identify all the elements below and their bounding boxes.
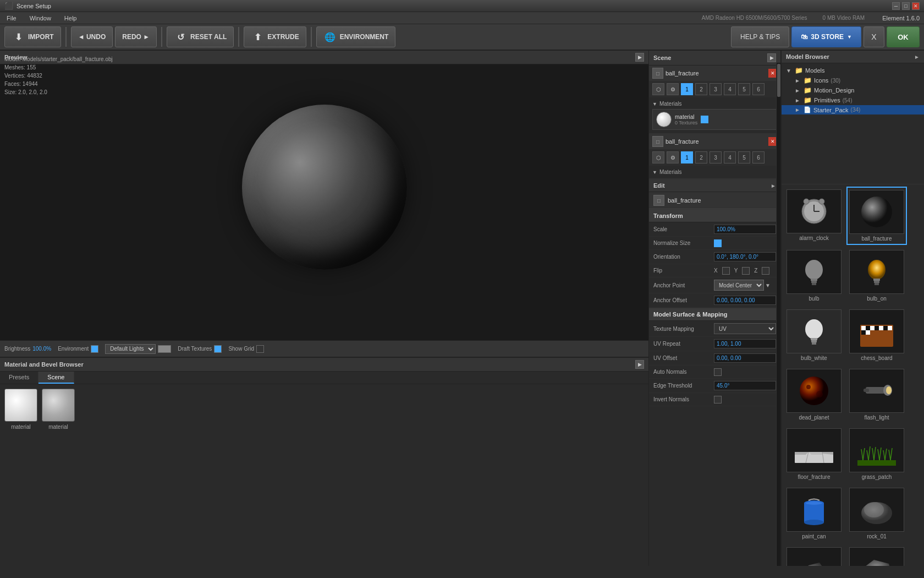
svg-point-5 xyxy=(819,199,824,204)
model-item-grass-patch[interactable]: grass_patch xyxy=(846,426,907,483)
material-item-2[interactable]: material xyxy=(42,389,75,561)
scene-object-2-icon: □ xyxy=(652,136,663,147)
scene-obj1-tab-3[interactable]: 3 xyxy=(710,83,722,95)
menu-window[interactable]: Window xyxy=(28,14,53,23)
extrude-button[interactable]: ⬆ EXTRUDE xyxy=(244,26,306,47)
scene-expand-button[interactable]: ▶ xyxy=(767,53,776,62)
edit-obj-icon: □ xyxy=(653,195,664,206)
anchor-offset-value[interactable]: 0.00, 0.00, 0.00 xyxy=(714,296,776,305)
invert-normals-checkbox[interactable] xyxy=(714,396,722,403)
model-browser-expand[interactable]: ► xyxy=(914,54,920,60)
maximize-button[interactable]: □ xyxy=(902,2,910,10)
scene-obj2-tab-5[interactable]: 5 xyxy=(738,151,750,163)
model-item-rock-01[interactable]: rock_01 xyxy=(846,485,907,542)
help-tips-button[interactable]: HELP & TIPS xyxy=(731,26,789,47)
scene-obj2-tab-2[interactable]: 2 xyxy=(695,151,707,163)
x-button[interactable]: X xyxy=(864,26,884,47)
model-item-rock-02[interactable]: rock_02 xyxy=(784,544,844,566)
scene-obj2-tab-1[interactable]: 1 xyxy=(681,151,693,163)
show-grid-checkbox[interactable] xyxy=(256,345,264,353)
model-item-flash-light[interactable]: flash_light xyxy=(846,366,907,423)
texture-mapping-label: Texture Mapping xyxy=(653,326,714,332)
tab-scene[interactable]: Scene xyxy=(38,372,74,384)
scene-obj2-tab-3[interactable]: 3 xyxy=(710,151,722,163)
tree-item-motion[interactable]: ► 📁 Motion_Design xyxy=(782,85,924,95)
uv-offset-value[interactable]: 0.00, 0.00 xyxy=(714,353,776,363)
scene-object-1-icon: □ xyxy=(652,68,663,79)
svg-point-29 xyxy=(800,377,828,405)
auto-normals-checkbox[interactable] xyxy=(714,368,722,376)
light-color-swatch[interactable] xyxy=(158,345,171,353)
scene-obj2-tab-6[interactable]: 6 xyxy=(752,151,765,163)
texture-mapping-select[interactable]: UV xyxy=(714,323,776,334)
brightness-value[interactable]: 100.0% xyxy=(32,346,51,352)
reset-all-button[interactable]: ↺ RESET ALL xyxy=(167,26,234,47)
scene-panel-scrollbar[interactable] xyxy=(776,63,780,566)
store-button[interactable]: 🛍 3D STORE ▼ xyxy=(791,26,861,47)
flip-x-checkbox[interactable] xyxy=(722,267,730,275)
model-item-bulb-white[interactable]: bulb_white xyxy=(784,307,844,364)
model-item-dead-planet[interactable]: dead_planet xyxy=(784,366,844,423)
scene-obj1-tab-6[interactable]: 6 xyxy=(752,83,765,95)
uv-offset-row: UV Offset 0.00, 0.00 xyxy=(649,351,780,366)
scene-obj2-icon-btn-1[interactable]: ⬡ xyxy=(652,151,664,163)
anchor-point-select[interactable]: Model Center xyxy=(714,280,764,291)
model-item-bulb-on[interactable]: bulb_on xyxy=(846,247,907,304)
model-item-ball-fracture[interactable]: ball_fracture xyxy=(846,187,907,245)
scale-value[interactable]: 100.0% xyxy=(714,225,776,234)
scene-obj1-tab-4[interactable]: 4 xyxy=(724,83,736,95)
import-button[interactable]: ⬇ IMPORT xyxy=(4,26,61,47)
scene-object-1-tabs: ⬡ ⚙ 1 2 3 4 5 6 xyxy=(649,81,780,97)
material-item-1[interactable]: material xyxy=(4,389,37,561)
svg-point-31 xyxy=(816,391,823,397)
scene-object-1-name: ball_fracture xyxy=(666,70,766,77)
tree-item-starter-pack[interactable]: ► 📄 Starter_Pack (34) xyxy=(782,105,924,114)
environment-checkbox[interactable] xyxy=(91,345,98,353)
model-item-chess-board[interactable]: chess_board xyxy=(846,307,907,364)
model-item-floor-fracture[interactable]: floor_fracture xyxy=(784,426,844,483)
model-thumb-chess-board xyxy=(849,309,904,353)
tree-root-models[interactable]: ▼ 📁 Models xyxy=(782,66,924,75)
edge-threshold-value[interactable]: 45.0° xyxy=(714,381,776,390)
environment-button[interactable]: 🌐 ENVIRONMENT xyxy=(316,26,396,47)
flip-y-label: Y xyxy=(734,268,738,274)
svg-marker-62 xyxy=(863,560,893,566)
menu-file[interactable]: File xyxy=(4,14,19,23)
scene-obj2-icon-btn-2[interactable]: ⚙ xyxy=(667,151,679,163)
normalize-size-checkbox[interactable] xyxy=(714,239,722,247)
menu-help[interactable]: Help xyxy=(62,14,79,23)
tab-presets[interactable]: Presets xyxy=(0,372,38,384)
orientation-value[interactable]: 0.0°, 180.0°, 0.0° xyxy=(714,252,776,261)
edit-header[interactable]: Edit ► xyxy=(649,179,780,192)
undo-button[interactable]: ◄ UNDO xyxy=(71,26,113,47)
svg-rect-56 xyxy=(804,503,824,522)
model-item-bulb[interactable]: bulb xyxy=(784,247,844,304)
scene-obj1-tab-1[interactable]: 1 xyxy=(681,83,693,95)
uv-repeat-value[interactable]: 1.00, 1.00 xyxy=(714,339,776,348)
scene-obj1-icon-btn-2[interactable]: ⚙ xyxy=(667,83,679,95)
close-button[interactable]: ✕ xyxy=(912,2,920,10)
model-item-paint-can[interactable]: paint_can xyxy=(784,485,844,542)
scene-obj1-tab-2[interactable]: 2 xyxy=(695,83,707,95)
model-item-rock-03[interactable]: rock_03 xyxy=(846,544,907,566)
svg-rect-35 xyxy=(864,389,869,392)
scene-obj2-tab-4[interactable]: 4 xyxy=(724,151,736,163)
ok-button[interactable]: OK xyxy=(887,26,920,47)
lights-select[interactable]: Default Lights xyxy=(105,344,156,354)
scene-obj1-icon-btn-1[interactable]: ⬡ xyxy=(652,83,664,95)
preview-expand-button[interactable]: ▶ xyxy=(635,53,644,62)
flip-y-checkbox[interactable] xyxy=(742,267,750,275)
redo-button[interactable]: REDO ► xyxy=(115,26,157,47)
tree-item-icons[interactable]: ► 📁 Icons (30) xyxy=(782,75,924,85)
materials-section-header-2[interactable]: ▼ Materials xyxy=(652,168,777,176)
scene-obj1-tab-5[interactable]: 5 xyxy=(738,83,750,95)
material-browser-expand[interactable]: ▶ xyxy=(635,360,644,369)
materials-section-header-1[interactable]: ▼ Materials xyxy=(652,100,777,108)
model-item-alarm-clock[interactable]: alarm_clock xyxy=(784,187,844,245)
flip-z-checkbox[interactable] xyxy=(762,267,769,275)
minimize-button[interactable]: ─ xyxy=(892,2,900,10)
draft-textures-checkbox[interactable] xyxy=(214,345,222,353)
svg-line-45 xyxy=(867,450,868,460)
tree-item-primitives[interactable]: ► 📁 Primitives (54) xyxy=(782,95,924,105)
material-entry-1[interactable]: material 0 Textures xyxy=(652,109,777,130)
